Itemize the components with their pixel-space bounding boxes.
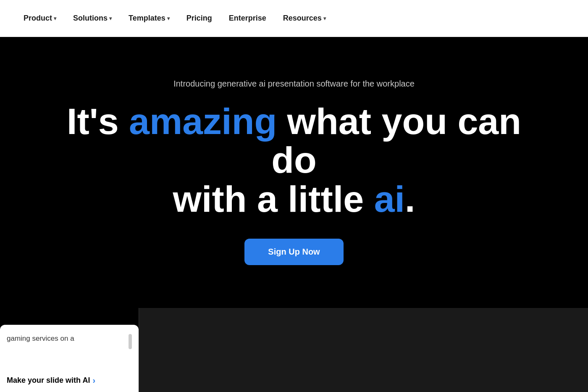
nav-item-pricing[interactable]: Pricing xyxy=(180,11,219,26)
headline-part1: It's xyxy=(67,100,129,142)
input-text-area: gaming services on a xyxy=(7,333,132,349)
ai-input-card: gaming services on a Make your slide wit… xyxy=(0,325,139,392)
bottom-ui-area: gaming services on a Make your slide wit… xyxy=(0,308,588,392)
headline-line2-part2: . xyxy=(405,178,415,220)
nav-item-templates[interactable]: Templates ▾ xyxy=(122,11,176,26)
nav-label-resources: Resources xyxy=(283,14,322,23)
sign-up-button[interactable]: Sign Up Now xyxy=(244,239,343,265)
headline-highlight2: ai xyxy=(374,178,405,220)
dark-panel xyxy=(139,308,588,392)
make-slide-link[interactable]: Make your slide with AI › xyxy=(7,376,132,385)
nav-item-resources[interactable]: Resources ▾ xyxy=(276,11,333,26)
chevron-down-icon: ▾ xyxy=(323,16,326,21)
chevron-down-icon: ▾ xyxy=(109,16,112,21)
hero-headline: It's amazing what you can do with a litt… xyxy=(42,102,546,218)
headline-line2-part1: with a little xyxy=(173,178,374,220)
hero-subtitle: Introducing generative ai presentation s… xyxy=(173,79,415,89)
nav-items: Product ▾ Solutions ▾ Templates ▾ Pricin… xyxy=(17,11,333,26)
input-handle[interactable] xyxy=(129,334,132,349)
chevron-down-icon: ▾ xyxy=(167,16,170,21)
nav-label-solutions: Solutions xyxy=(73,14,108,23)
arrow-right-icon: › xyxy=(92,376,95,385)
headline-part2: what you can do xyxy=(271,100,521,181)
navbar: Product ▾ Solutions ▾ Templates ▾ Pricin… xyxy=(0,0,588,37)
nav-label-enterprise: Enterprise xyxy=(229,14,266,22)
hero-section: Introducing generative ai presentation s… xyxy=(0,37,588,392)
nav-label-product: Product xyxy=(24,14,52,23)
chevron-down-icon: ▾ xyxy=(54,16,56,21)
input-placeholder-text: gaming services on a xyxy=(7,333,129,344)
nav-item-enterprise[interactable]: Enterprise xyxy=(222,11,273,26)
nav-item-product[interactable]: Product ▾ xyxy=(17,11,63,26)
nav-item-solutions[interactable]: Solutions ▾ xyxy=(66,11,118,26)
nav-label-templates: Templates xyxy=(129,14,165,23)
headline-highlight1: amazing xyxy=(129,100,277,142)
nav-label-pricing: Pricing xyxy=(186,14,212,22)
make-slide-label: Make your slide with AI xyxy=(7,376,90,385)
